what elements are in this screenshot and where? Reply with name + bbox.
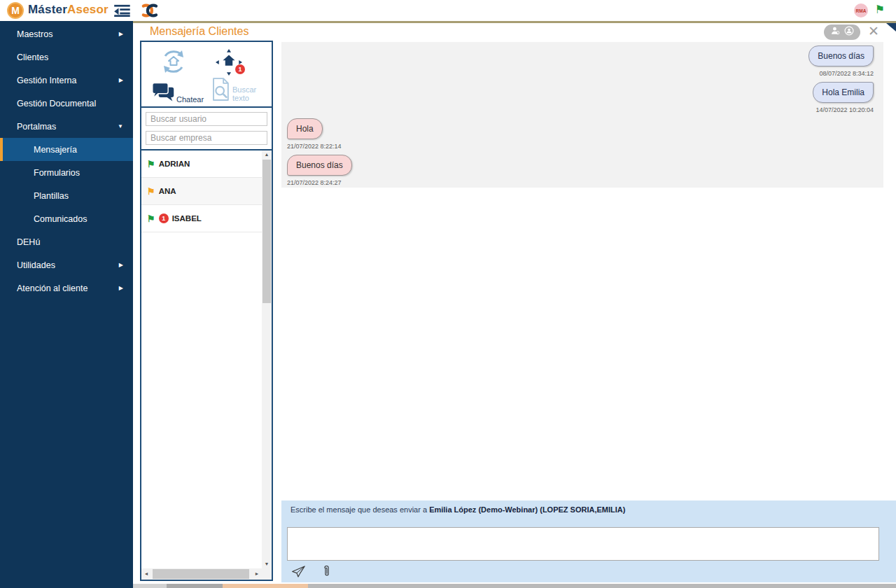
message-timestamp: 08/07/2022 8:34:12 — [819, 70, 874, 77]
sidebar-item-label: Atención al cliente — [17, 284, 88, 293]
sidebar-nav: Maestros ▶ Clientes Gestión Interna ▶ Ge… — [0, 21, 133, 588]
message-bubble: Hola Emilia — [813, 82, 874, 103]
message-received: Buenos días 21/07/2022 8:24:27 — [287, 155, 874, 186]
sidebar-item-label: Gestión Documental — [17, 99, 96, 108]
scroll-right-icon[interactable]: ► — [252, 568, 262, 580]
compose-area: Escribe el mensaje que deseas enviar a E… — [281, 500, 896, 582]
sidebar-item-formularios[interactable]: Formularios — [0, 161, 133, 184]
scrollbar-segment — [133, 584, 167, 588]
search-text-label: Buscar texto — [232, 85, 272, 102]
scrollbar-thumb[interactable] — [153, 569, 249, 579]
user-circle-icon — [844, 25, 855, 39]
brand-primary: Máster — [28, 3, 67, 16]
contact-name: ANA — [159, 187, 176, 195]
tools-icon-box: 1 Chatear Buscar texto — [141, 42, 272, 108]
sidebar-item-atencion-cliente[interactable]: Atención al cliente ▶ — [0, 276, 133, 300]
brand-secondary: Asesor — [67, 3, 108, 16]
scroll-left-icon[interactable]: ◄ — [141, 568, 151, 580]
corner-triangle-icon — [886, 23, 896, 31]
chevron-right-icon: ▶ — [119, 77, 123, 83]
sidebar-item-gestion-interna[interactable]: Gestión Interna ▶ — [0, 69, 133, 92]
message-history: Buenos días 08/07/2022 8:34:12 Hola Emil… — [281, 42, 883, 188]
scroll-up-icon[interactable]: ▲ — [262, 150, 272, 159]
sidebar-item-label: Maestros — [17, 29, 52, 39]
user-gear-icon — [830, 25, 841, 39]
message-timestamp: 14/07/2022 10:20:04 — [816, 106, 874, 113]
chevron-right-icon: ▶ — [119, 285, 123, 291]
message-bubble: Buenos días — [808, 46, 874, 66]
close-icon[interactable]: ✕ — [868, 24, 879, 39]
contacts-toggle-button[interactable] — [824, 24, 860, 40]
search-user-input[interactable] — [146, 112, 267, 126]
brand-logo-icon: M — [7, 2, 24, 19]
sidebar-item-label: Portalmas — [17, 122, 56, 132]
flag-icon: ⚑ — [147, 187, 155, 196]
horizontal-scrollbar[interactable]: ◄ ► — [141, 568, 272, 580]
sidebar-item-clientes[interactable]: Clientes — [0, 46, 133, 69]
contact-list: ⚑ ADRIAN ⚑ ANA ⚑ 1 ISABEL ▲ ▼ ◄ ► — [141, 150, 272, 580]
message-bubble: Buenos días — [287, 155, 352, 176]
page-horizontal-scrollbar[interactable] — [133, 584, 896, 588]
scrollbar-thumb[interactable] — [223, 584, 308, 588]
flag-status-icon[interactable]: ⚑ — [875, 3, 885, 17]
compose-label: Escribe el mensaje que deseas enviar a E… — [290, 505, 625, 514]
message-sent: Hola Emilia 14/07/2022 10:20:04 — [287, 82, 874, 113]
scroll-down-icon[interactable]: ▼ — [262, 560, 272, 568]
sidebar-item-maestros[interactable]: Maestros ▶ — [0, 22, 133, 46]
sidebar-item-dehu[interactable]: DEHú — [0, 230, 133, 253]
company-c-logo-icon[interactable] — [139, 3, 160, 21]
sidebar-item-portalmas[interactable]: Portalmas ▼ — [0, 115, 133, 138]
sidebar-item-gestion-documental[interactable]: Gestión Documental — [0, 92, 133, 115]
sidebar-item-utilidades[interactable]: Utilidades ▶ — [0, 253, 133, 276]
sidebar-item-plantillas[interactable]: Plantillas — [0, 184, 133, 207]
top-bar: M MásterAsesor RMA ⚑ — [0, 0, 896, 21]
sidebar-item-mensajeria[interactable]: Mensajería — [0, 138, 133, 161]
sidebar-item-label: Formularios — [34, 168, 80, 178]
refresh-home-icon[interactable] — [158, 46, 189, 80]
contact-name: ADRIAN — [159, 160, 190, 168]
unread-badge: 1 — [235, 64, 245, 74]
chevron-down-icon: ▼ — [118, 123, 123, 130]
contact-row-adrian[interactable]: ⚑ ADRIAN — [141, 150, 262, 178]
sidebar-footer — [0, 584, 133, 588]
sidebar-item-label: DEHú — [17, 237, 40, 247]
sidebar-item-label: Gestión Interna — [17, 76, 76, 85]
contact-row-ana[interactable]: ⚑ ANA — [141, 178, 262, 205]
chat-tools-panel: 1 Chatear Buscar texto — [140, 41, 273, 581]
sidebar-item-comunicados[interactable]: Comunicados — [0, 207, 133, 230]
scrollbar-thumb[interactable] — [262, 160, 271, 303]
chat-mode-label: Chatear — [176, 95, 204, 104]
contact-name: ISABEL — [172, 214, 202, 223]
flag-icon: ⚑ — [147, 160, 155, 169]
message-received: Hola 21/07/2022 8:22:14 — [287, 118, 874, 150]
brand-title: MásterAsesor — [28, 3, 108, 17]
message-timestamp: 21/07/2022 8:24:27 — [287, 179, 342, 186]
sidebar-item-label: Utilidades — [17, 260, 55, 270]
search-text-button[interactable]: Buscar texto — [210, 77, 272, 105]
contact-row-isabel[interactable]: ⚑ 1 ISABEL — [141, 205, 262, 232]
chevron-right-icon: ▶ — [119, 31, 123, 37]
user-avatar[interactable]: RMA — [854, 4, 868, 18]
sidebar-item-label: Comunicados — [34, 214, 87, 224]
message-input[interactable] — [287, 527, 879, 561]
chat-bubbles-icon — [151, 81, 175, 105]
search-company-input[interactable] — [146, 131, 267, 145]
message-timestamp: 21/07/2022 8:22:14 — [287, 143, 342, 150]
sidebar-item-label: Mensajería — [34, 145, 77, 155]
chevron-right-icon: ▶ — [119, 262, 123, 268]
compose-recipient: Emilia López (Demo-Webinar) (LOPEZ SORIA… — [429, 505, 625, 514]
header-divider — [133, 21, 896, 23]
flag-icon: ⚑ — [147, 214, 155, 223]
vertical-scrollbar[interactable]: ▲ ▼ — [262, 150, 272, 568]
message-bubble: Hola — [287, 118, 323, 139]
attach-icon[interactable] — [322, 565, 331, 578]
unread-badge: 1 — [159, 214, 169, 223]
menu-collapse-icon[interactable] — [113, 4, 130, 20]
compose-label-prefix: Escribe el mensaje que deseas enviar a — [290, 505, 429, 514]
chat-mode-button[interactable]: Chatear — [151, 81, 204, 105]
message-sent: Buenos días 08/07/2022 8:34:12 — [287, 46, 874, 77]
send-icon[interactable] — [291, 566, 305, 578]
sidebar-item-label: Plantillas — [34, 191, 69, 201]
page-title: Mensajería Clientes — [150, 25, 248, 38]
sidebar-item-label: Clientes — [17, 52, 48, 62]
